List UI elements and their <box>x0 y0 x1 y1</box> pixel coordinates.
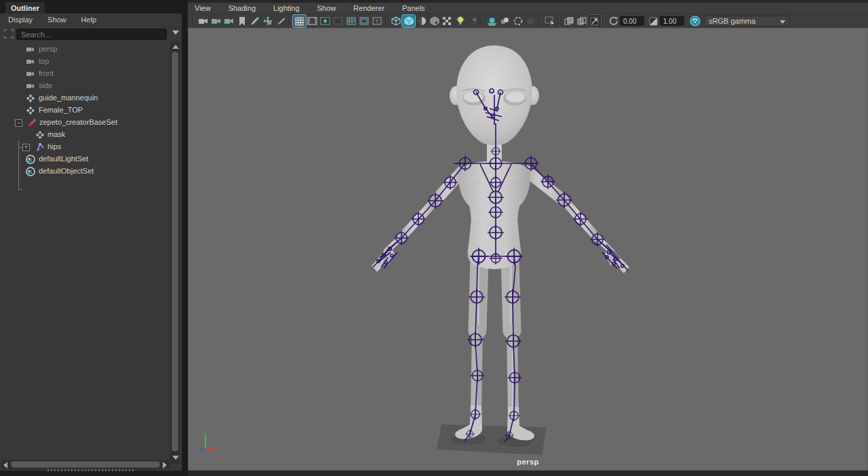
shadows-button[interactable] <box>467 15 479 27</box>
wireframe-button[interactable] <box>389 15 402 27</box>
expand-icon[interactable]: + <box>22 144 30 151</box>
use-default-material-button[interactable] <box>441 15 454 27</box>
axis-gizmo: y x z <box>199 432 222 452</box>
transform-icon <box>35 130 45 140</box>
menu-view[interactable]: View <box>195 4 211 12</box>
camera-icon <box>26 81 35 91</box>
tree-item-label: defaultObjectSet <box>39 167 94 175</box>
mannequin-model <box>189 28 868 471</box>
tree-item-defaultobjectset[interactable]: defaultObjectSet <box>0 165 170 178</box>
tree-item-label: Female_TOP <box>39 106 83 114</box>
shaded-button[interactable] <box>402 15 415 27</box>
tree-item-label: top <box>39 57 49 65</box>
viewport-toolbar: T sRGB gamma <box>188 14 868 28</box>
filter-icon[interactable] <box>4 29 14 39</box>
xray-active-button[interactable] <box>588 15 601 27</box>
pan-zoom-button[interactable] <box>261 15 274 27</box>
depth-of-field-button[interactable] <box>524 15 537 27</box>
collapse-icon[interactable]: − <box>15 119 22 127</box>
tree-line <box>18 189 22 190</box>
search-dropdown-icon[interactable] <box>172 31 179 35</box>
tree-item-guide-mannequin[interactable]: guide_mannequin <box>0 92 170 104</box>
search-row <box>0 27 182 42</box>
image-plane-button[interactable] <box>248 15 261 27</box>
transform-icon <box>26 106 35 115</box>
axis-z-label: z <box>199 447 202 452</box>
textured-button[interactable] <box>428 15 441 27</box>
set-icon <box>27 118 37 127</box>
ambient-occlusion-button[interactable] <box>486 15 498 27</box>
gamma-icon[interactable] <box>647 15 660 27</box>
lighting-button[interactable] <box>454 15 467 27</box>
safe-action-button[interactable] <box>357 15 370 27</box>
xray-button[interactable] <box>562 15 575 27</box>
menu-shading[interactable]: Shading <box>229 4 256 12</box>
viewport-menubar: View Shading Lighting Show Renderer Pane… <box>188 3 868 14</box>
panel-divider[interactable] <box>182 0 188 476</box>
tree-item-mask[interactable]: mask <box>0 129 170 141</box>
select-camera-button[interactable] <box>197 15 210 27</box>
resolution-gate-button[interactable] <box>319 15 332 27</box>
outliner-tab[interactable]: Outliner <box>5 2 45 14</box>
exposure-icon[interactable] <box>607 15 620 27</box>
menu-display[interactable]: Display <box>8 16 33 24</box>
bookmark-icon[interactable] <box>235 15 248 27</box>
viewport-canvas[interactable]: y x z persp <box>188 28 868 471</box>
scroll-left-icon[interactable] <box>3 462 7 469</box>
scroll-down-icon[interactable] <box>172 456 179 460</box>
svg-text:T: T <box>375 18 378 24</box>
grid-toggle-button[interactable] <box>293 15 306 27</box>
tree-item-label: guide_mannequin <box>39 94 98 102</box>
tree-item-front[interactable]: front <box>0 68 170 80</box>
tree-item-top[interactable]: top <box>0 56 170 68</box>
tree-item-label: hips <box>47 142 61 151</box>
outliner-panel: Outliner Display Show Help persp <box>0 0 182 476</box>
vertical-scroll-thumb[interactable] <box>172 52 178 452</box>
tree-item-zepeto-creatorbaseset[interactable]: − zepeto_creatorBaseSet <box>0 117 170 129</box>
view-transform-toggle[interactable] <box>688 15 701 27</box>
menu-panels[interactable]: Panels <box>402 4 425 12</box>
outliner-tree: persp top front side guide_mannequin Fem… <box>0 43 170 458</box>
safe-title-button[interactable]: T <box>370 15 383 27</box>
tree-item-defaultlightset[interactable]: defaultLightSet <box>0 153 170 165</box>
scroll-right-icon[interactable] <box>163 462 167 469</box>
toolbar-separator <box>602 16 606 26</box>
gate-mask-button[interactable] <box>332 15 344 27</box>
scroll-up-icon[interactable] <box>172 45 179 49</box>
motion-blur-button[interactable] <box>498 15 511 27</box>
camera-attributes-button[interactable] <box>222 15 235 27</box>
horizontal-scroll-thumb[interactable] <box>11 461 160 468</box>
menu-help[interactable]: Help <box>81 16 97 24</box>
lock-camera-button[interactable] <box>210 15 222 27</box>
camera-icon <box>26 57 35 66</box>
film-gate-button[interactable] <box>306 15 319 27</box>
anti-aliasing-button[interactable] <box>511 15 524 27</box>
grease-pencil-button[interactable] <box>274 15 287 27</box>
tree-item-side[interactable]: side <box>0 80 170 92</box>
menu-show[interactable]: Show <box>47 16 66 24</box>
tree-item-persp[interactable]: persp <box>0 43 170 56</box>
tree-item-female-top[interactable]: Female_TOP <box>0 104 170 117</box>
textured-sphere-button[interactable] <box>415 15 428 27</box>
search-input[interactable] <box>16 28 167 40</box>
gamma-input[interactable] <box>660 16 684 26</box>
toolbar-separator <box>288 16 292 26</box>
menu-show[interactable]: Show <box>317 4 336 12</box>
axis-x-label: x <box>220 441 222 448</box>
exposure-input[interactable] <box>620 16 644 26</box>
view-transform-select[interactable]: sRGB gamma <box>704 16 789 26</box>
camera-icon <box>26 45 35 54</box>
tree-item-label: zepeto_creatorBaseSet <box>39 118 117 126</box>
panel-grip-handle[interactable] <box>47 469 136 471</box>
menu-lighting[interactable]: Lighting <box>273 4 300 12</box>
xray-joints-button[interactable] <box>575 15 588 27</box>
camera-icon <box>26 69 35 79</box>
isolate-select-button[interactable] <box>543 15 556 27</box>
tree-item-hips[interactable]: + hips <box>0 141 170 153</box>
camera-name-label: persp <box>189 458 867 466</box>
menu-renderer[interactable]: Renderer <box>353 4 384 12</box>
toolbar-separator <box>192 16 195 26</box>
tree-item-label: defaultLightSet <box>39 155 88 163</box>
view-transform-value: sRGB gamma <box>709 17 755 25</box>
field-chart-button[interactable] <box>344 15 357 27</box>
